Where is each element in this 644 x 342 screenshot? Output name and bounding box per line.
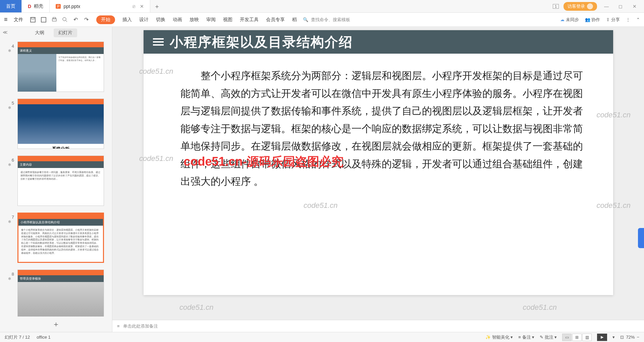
close-window-icon[interactable]: ✕	[630, 4, 639, 9]
save-as-icon[interactable]	[40, 16, 47, 23]
ribbon-tab-member[interactable]: 会员专享	[266, 17, 285, 23]
window-count-badge[interactable]: 1	[553, 4, 559, 9]
menu-icon[interactable]: ≡	[4, 16, 8, 23]
close-icon[interactable]: ✕	[140, 4, 144, 9]
beautify-button[interactable]: ✨ 智能美化 ▾	[485, 334, 513, 340]
side-panel-toggle[interactable]	[638, 228, 644, 248]
minimize-icon[interactable]: —	[602, 4, 611, 9]
thumbnail-8[interactable]: 8✻ 管理员登录模块	[8, 270, 104, 317]
collapse-sidebar-icon[interactable]: ≪	[3, 30, 8, 35]
slide-title[interactable]: 小程序框架以及目录结构介绍	[170, 33, 353, 51]
ribbon-tab-transition[interactable]: 切换	[156, 17, 165, 23]
svg-rect-4	[53, 17, 56, 19]
command-search[interactable]: 🔍 查找命令、搜索模板	[303, 17, 350, 23]
hamburger-icon	[153, 38, 164, 46]
ribbon-tab-design[interactable]: 设计	[139, 17, 149, 23]
avatar-icon	[587, 3, 593, 9]
ribbon: ≡ 文件 ↶ ↷ 开始 插入 设计 切换 动画 放映 审阅 视图 开发工具 会员…	[0, 13, 644, 27]
outline-tab[interactable]: 大纲	[35, 30, 44, 36]
ribbon-tabs: 开始 插入 设计 切换 动画 放映 审阅 视图 开发工具 会员专享 稻	[96, 15, 297, 24]
ribbon-tab-review[interactable]: 审阅	[206, 17, 216, 23]
tab-home[interactable]: 首页	[0, 0, 22, 12]
svg-rect-2	[41, 17, 46, 22]
slideshow-button[interactable]: ▶	[597, 334, 607, 341]
zoom-out-icon[interactable]: −	[637, 335, 639, 340]
ribbon-tab-start[interactable]: 开始	[96, 15, 115, 24]
comment-toggle[interactable]: ✎ 批注 ▾	[540, 334, 557, 340]
sync-status[interactable]: ☁ 未同步	[560, 17, 579, 23]
slide-editor: 小程序框架以及目录结构介绍 整个小程序框架系统分为两部分：逻辑层和视图层。小程序…	[112, 27, 644, 332]
collab-button[interactable]: 👥 协作	[585, 17, 600, 23]
screen-icon[interactable]: ⎚	[132, 4, 135, 9]
tab-docshell[interactable]: D 稻壳	[22, 0, 50, 12]
thumbnail-5[interactable]: 5✻ 系统分析	[8, 99, 104, 149]
login-button[interactable]: 访客登录	[564, 2, 597, 11]
cloud-icon: ☁	[560, 17, 565, 22]
ribbon-tab-devtools[interactable]: 开发工具	[240, 17, 259, 23]
tab-document-active[interactable]: P ppt.pptx ⎚ ✕	[50, 0, 150, 12]
slide-counter: 幻灯片 7 / 12	[5, 334, 30, 340]
save-icon[interactable]	[29, 16, 37, 23]
view-reading-icon[interactable]: ▥	[582, 334, 592, 341]
play-dropdown[interactable]: ▾	[612, 335, 615, 340]
ribbon-tab-extra[interactable]: 稻	[292, 17, 297, 23]
print-icon[interactable]	[51, 16, 58, 23]
thumbnail-list: 4✻ 课程意义 当下很多时候会碰到这样的情况，我们去一家餐厅吃饭，需要排队取号等…	[0, 39, 112, 317]
ribbon-tab-view[interactable]: 视图	[223, 17, 232, 23]
add-tab-button[interactable]: ＋	[150, 0, 164, 12]
ribbon-tab-slideshow[interactable]: 放映	[190, 17, 199, 23]
ppt-icon: P	[56, 4, 61, 9]
slide-body[interactable]: 整个小程序框架系统分为两部分：逻辑层和视图层。小程序开发框架的目标是通过尽可能简…	[144, 54, 613, 204]
preview-icon[interactable]	[61, 16, 69, 23]
expand-icon[interactable]: ⌃	[636, 17, 640, 22]
ribbon-tab-animation[interactable]: 动画	[173, 17, 182, 23]
status-bar: 幻灯片 7 / 12 office 1 ✨ 智能美化 ▾ ≡ 备注 ▾ ✎ 批注…	[0, 332, 644, 342]
undo-icon[interactable]: ↶	[72, 16, 79, 23]
current-slide[interactable]: 小程序框架以及目录结构介绍 整个小程序框架系统分为两部分：逻辑层和视图层。小程序…	[144, 30, 613, 295]
thumbnail-7[interactable]: 7✻ 小程序框架以及目录结构介绍 整个小程序框架系统分为两部分：逻辑层和视图层。…	[8, 213, 104, 263]
svg-line-6	[66, 20, 67, 22]
file-menu[interactable]: 文件	[14, 17, 23, 23]
notes-icon: ≡	[117, 324, 120, 329]
notes-pane[interactable]: ≡ 单击此处添加备注	[112, 320, 644, 332]
slides-tab[interactable]: 幻灯片	[54, 28, 77, 37]
office-indicator: office 1	[37, 335, 51, 340]
maximize-icon[interactable]: ◻	[616, 4, 625, 9]
svg-rect-0	[31, 17, 35, 22]
redo-icon[interactable]: ↷	[83, 16, 90, 23]
zoom-icon: ⊡	[620, 335, 624, 340]
more-icon[interactable]: ⋮	[626, 17, 630, 22]
ribbon-tab-insert[interactable]: 插入	[122, 17, 132, 23]
svg-rect-3	[52, 19, 56, 21]
thumbnail-6[interactable]: 6✻ 主要内容 通过调查发现很多餐厅存在一些问题，服务质量、环境方面都有待改善。…	[8, 156, 104, 206]
add-slide-button[interactable]: ＋	[0, 317, 112, 332]
notes-toggle[interactable]: ≡ 备注 ▾	[518, 334, 534, 340]
zoom-control[interactable]: ⊡ 72% −	[620, 335, 639, 340]
quick-access-toolbar: ↶ ↷	[29, 16, 90, 23]
svg-point-5	[63, 17, 66, 21]
search-icon: 🔍	[303, 17, 308, 22]
docshell-icon: D	[28, 4, 31, 9]
share-button[interactable]: ⇪ 分享	[606, 17, 620, 23]
title-bar: 首页 D 稻壳 P ppt.pptx ⎚ ✕ ＋ 1 访客登录 — ◻ ✕	[0, 0, 644, 13]
view-sorter-icon[interactable]: ⊞	[572, 334, 582, 341]
thumbnail-4[interactable]: 4✻ 课程意义 当下很多时候会碰到这样的情况，我们去一家餐厅吃饭，需要排队取号等…	[8, 42, 104, 92]
slide-panel: 大纲 幻灯片 4✻ 课程意义 当下很多时候会碰到这样的情况，我们去一家餐厅吃饭，…	[0, 27, 112, 332]
view-mode-buttons: ▭ ⊞ ▥	[562, 334, 592, 341]
view-normal-icon[interactable]: ▭	[562, 334, 572, 341]
slide-title-bar: 小程序框架以及目录结构介绍	[144, 30, 613, 54]
